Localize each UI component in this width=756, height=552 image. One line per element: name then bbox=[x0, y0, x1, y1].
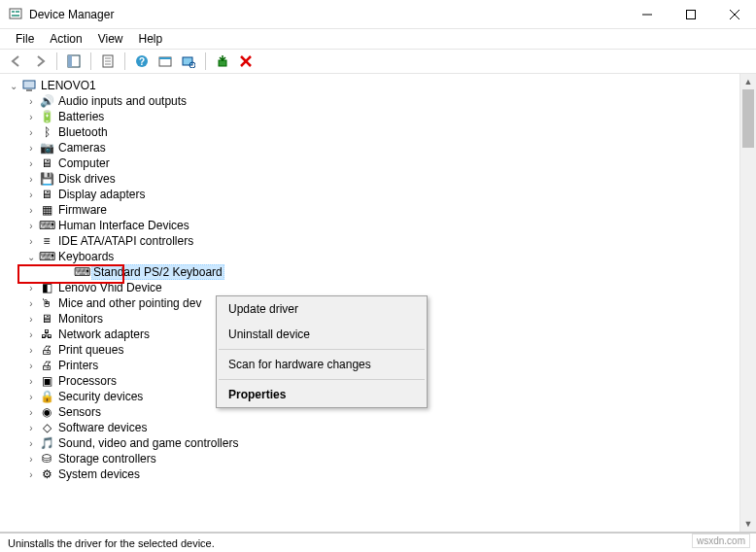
tree-item-label: Disk drives bbox=[56, 172, 118, 186]
tree-item-hid[interactable]: ›⌨Human Interface Devices bbox=[4, 218, 756, 233]
tree-item-label: System devices bbox=[56, 467, 142, 481]
tree-item-label: Display adapters bbox=[56, 188, 147, 201]
tree-item-software[interactable]: ›◇Software devices bbox=[4, 420, 756, 435]
twisty-icon[interactable]: › bbox=[25, 423, 37, 433]
tree-item-label: Computer bbox=[56, 156, 112, 170]
toolbar: ? bbox=[0, 49, 756, 74]
cpu-icon: ▣ bbox=[39, 373, 54, 389]
maximize-button[interactable] bbox=[669, 0, 712, 29]
printer-icon: 🖨 bbox=[39, 358, 54, 373]
scrollbar[interactable]: ▲ ▼ bbox=[739, 74, 756, 532]
scroll-down-arrow[interactable]: ▼ bbox=[740, 516, 756, 532]
twisty-icon[interactable]: › bbox=[25, 376, 37, 387]
twisty-icon[interactable]: › bbox=[25, 314, 37, 325]
back-button[interactable] bbox=[6, 51, 27, 72]
scroll-up-arrow[interactable]: ▲ bbox=[740, 74, 756, 89]
toolbar-separator bbox=[56, 52, 57, 70]
tree-item-system[interactable]: ›⚙System devices bbox=[4, 466, 756, 482]
titlebar: Device Manager bbox=[0, 0, 756, 29]
show-hide-console-tree-button[interactable] bbox=[63, 51, 85, 72]
keyboard-icon: ⌨ bbox=[39, 249, 54, 264]
tree-item-ide[interactable]: ›≡IDE ATA/ATAPI controllers bbox=[4, 233, 756, 249]
tree-item-firmware[interactable]: ›▦Firmware bbox=[4, 202, 756, 218]
system-icon: ⚙ bbox=[39, 466, 54, 482]
menu-action[interactable]: Action bbox=[42, 30, 89, 48]
printqueue-icon: 🖨 bbox=[39, 342, 54, 358]
svg-rect-24 bbox=[26, 89, 32, 91]
ctx-uninstall-device[interactable]: Uninstall device bbox=[217, 322, 427, 347]
tree-item-label: Network adapters bbox=[56, 328, 152, 341]
tree-item-label: Keyboards bbox=[56, 250, 116, 263]
tree-item-audio[interactable]: ›🔊Audio inputs and outputs bbox=[4, 93, 756, 109]
twisty-icon[interactable]: › bbox=[25, 329, 37, 340]
svg-rect-17 bbox=[159, 57, 171, 59]
tree-item-label: Lenovo Vhid Device bbox=[56, 281, 164, 294]
tree-item-storage[interactable]: ›⛁Storage controllers bbox=[4, 451, 756, 466]
twisty-icon[interactable]: › bbox=[25, 361, 37, 371]
close-button[interactable] bbox=[712, 0, 756, 29]
twisty-icon[interactable]: › bbox=[25, 205, 37, 216]
tree-item-label: Print queues bbox=[56, 343, 125, 357]
twisty-icon[interactable]: ⌄ bbox=[25, 252, 37, 262]
disk-icon: 💾 bbox=[39, 171, 54, 187]
menu-view[interactable]: View bbox=[90, 30, 131, 48]
twisty-icon[interactable]: › bbox=[25, 298, 37, 309]
tree-item-generic[interactable]: ›◧Lenovo Vhid Device bbox=[4, 280, 756, 295]
twisty-icon[interactable]: › bbox=[25, 469, 37, 480]
twisty-icon[interactable]: › bbox=[25, 407, 37, 418]
twisty-icon[interactable]: › bbox=[25, 221, 37, 231]
help-button[interactable]: ? bbox=[131, 51, 153, 72]
twisty-icon[interactable]: › bbox=[25, 158, 37, 169]
network-icon: 🖧 bbox=[39, 327, 54, 342]
twisty-icon[interactable]: › bbox=[25, 345, 37, 356]
twisty-icon[interactable]: › bbox=[25, 283, 37, 293]
uninstall-button[interactable] bbox=[235, 51, 257, 72]
tree-item-battery[interactable]: ›🔋Batteries bbox=[4, 109, 756, 124]
tree-item-label: Batteries bbox=[56, 110, 106, 123]
tree-item-camera[interactable]: ›📷Cameras bbox=[4, 140, 756, 155]
scan-hardware-button[interactable] bbox=[178, 51, 199, 72]
ctx-scan-hardware[interactable]: Scan for hardware changes bbox=[217, 352, 427, 377]
keyboard-icon: ⌨ bbox=[74, 264, 89, 280]
ctx-separator bbox=[219, 379, 425, 380]
tree-item-display[interactable]: ›🖥Display adapters bbox=[4, 187, 756, 202]
twisty-icon[interactable]: ⌄ bbox=[8, 81, 19, 91]
twisty-icon[interactable]: › bbox=[25, 174, 37, 185]
minimize-button[interactable] bbox=[625, 0, 669, 29]
tree-item-bluetooth[interactable]: ›ᛒBluetooth bbox=[4, 124, 756, 140]
scroll-thumb[interactable] bbox=[742, 89, 754, 148]
twisty-icon[interactable]: › bbox=[25, 438, 37, 449]
tree-item-sound[interactable]: ›🎵Sound, video and game controllers bbox=[4, 435, 756, 451]
tree-item-label: Monitors bbox=[56, 312, 105, 326]
twisty-icon[interactable]: › bbox=[25, 96, 37, 107]
twisty-icon[interactable]: › bbox=[25, 190, 37, 200]
window-title: Device Manager bbox=[29, 8, 625, 21]
context-menu: Update driver Uninstall device Scan for … bbox=[216, 295, 428, 408]
ctx-update-driver[interactable]: Update driver bbox=[217, 296, 427, 322]
action-button[interactable] bbox=[155, 51, 176, 72]
twisty-icon[interactable]: › bbox=[25, 454, 37, 465]
twisty-icon[interactable]: › bbox=[25, 236, 37, 247]
ctx-properties[interactable]: Properties bbox=[217, 382, 427, 407]
properties-button[interactable] bbox=[97, 51, 119, 72]
menubar: File Action View Help bbox=[0, 29, 756, 49]
tree-item-disk[interactable]: ›💾Disk drives bbox=[4, 171, 756, 187]
tree-item-label: Sensors bbox=[56, 405, 103, 419]
twisty-icon[interactable]: › bbox=[25, 127, 37, 138]
tree-item-keyboard[interactable]: ⌄⌨Keyboards bbox=[4, 249, 756, 264]
update-driver-button[interactable] bbox=[212, 51, 233, 72]
tree-item-standard-ps-2-keyboard[interactable]: ⌨Standard PS/2 Keyboard bbox=[4, 264, 756, 280]
menu-file[interactable]: File bbox=[8, 30, 42, 48]
tree-item-label: Human Interface Devices bbox=[56, 219, 191, 232]
tree-root[interactable]: ⌄LENOVO1 bbox=[4, 78, 756, 93]
app-icon bbox=[8, 7, 23, 22]
tree-item-label: Audio inputs and outputs bbox=[56, 94, 189, 108]
twisty-icon[interactable]: › bbox=[25, 143, 37, 154]
tree-item-computer[interactable]: ›🖥Computer bbox=[4, 155, 756, 171]
twisty-icon[interactable]: › bbox=[25, 112, 37, 122]
forward-button[interactable] bbox=[29, 51, 51, 72]
statusbar-text: Uninstalls the driver for the selected d… bbox=[8, 537, 215, 549]
twisty-icon[interactable]: › bbox=[25, 392, 37, 402]
hid-icon: ⌨ bbox=[39, 218, 54, 233]
menu-help[interactable]: Help bbox=[131, 30, 171, 48]
